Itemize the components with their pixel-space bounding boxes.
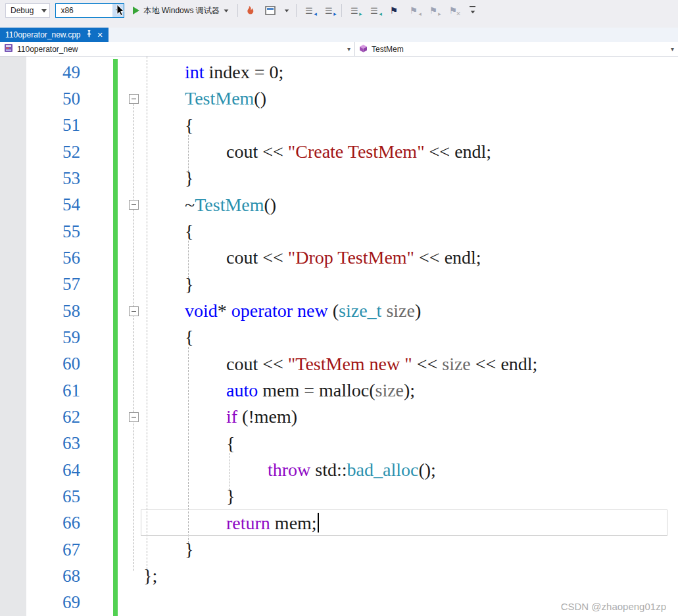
change-indicator	[113, 351, 118, 377]
solution-platforms-combo[interactable]: x86	[55, 3, 124, 18]
hot-reload-icon[interactable]	[243, 3, 258, 18]
fold-margin[interactable]	[125, 377, 142, 404]
line-number[interactable]: 59	[0, 327, 85, 348]
line-number[interactable]: 69	[0, 592, 85, 613]
fold-margin[interactable]	[125, 563, 142, 589]
bookmark-icon[interactable]: ⚑	[387, 3, 401, 18]
solution-configurations-combo[interactable]: Debug	[5, 3, 50, 18]
code-text[interactable]: }	[142, 168, 678, 189]
fold-margin[interactable]	[125, 272, 142, 298]
fold-margin[interactable]	[125, 298, 142, 324]
code-text[interactable]: cout << "TestMem new " << size << endl;	[142, 354, 678, 375]
fold-margin[interactable]	[125, 404, 142, 430]
indent-increase-icon[interactable]: ☰ ▸	[322, 3, 336, 18]
fold-margin[interactable]	[125, 351, 142, 377]
fold-toggle[interactable]	[129, 94, 139, 104]
code-token: "Drop TestMem"	[288, 247, 414, 268]
line-number[interactable]: 57	[0, 274, 85, 295]
pin-icon[interactable]	[85, 30, 93, 40]
code-token: "Create TestMem"	[288, 141, 425, 162]
line-number[interactable]: 52	[0, 142, 85, 162]
code-text[interactable]: cout << "Create TestMem" << endl;	[142, 141, 678, 162]
code-text[interactable]: ~TestMem()	[142, 195, 678, 216]
fold-margin[interactable]	[125, 510, 142, 536]
line-number[interactable]: 65	[0, 486, 85, 507]
fold-margin[interactable]	[125, 165, 142, 191]
line-number[interactable]: 51	[0, 115, 85, 135]
fold-margin[interactable]	[125, 483, 142, 509]
code-text[interactable]: {	[142, 221, 678, 242]
code-text[interactable]: TestMem()	[142, 88, 678, 109]
scope-dropdown[interactable]: 110operator_new ▾	[0, 42, 355, 56]
fold-toggle[interactable]	[129, 200, 139, 210]
fold-margin[interactable]	[125, 112, 142, 139]
line-number[interactable]: 63	[0, 433, 85, 454]
line-number[interactable]: 68	[0, 566, 85, 586]
chevron-down-icon[interactable]	[283, 3, 291, 18]
fold-margin[interactable]	[125, 324, 142, 350]
line-number[interactable]: 66	[0, 513, 85, 533]
code-text[interactable]: int index = 0;	[142, 62, 678, 83]
tab-110operator_new-cpp[interactable]: 110operator_new.cpp ✕	[0, 28, 109, 42]
code-text[interactable]: void* operator new (size_t size)	[142, 300, 678, 321]
line-number[interactable]: 55	[0, 222, 85, 242]
fold-margin[interactable]	[125, 590, 142, 616]
code-text[interactable]: }	[142, 486, 678, 507]
code-line: 55{	[0, 218, 678, 245]
line-number[interactable]: 56	[0, 248, 85, 268]
code-text[interactable]: {	[142, 115, 678, 136]
fold-margin[interactable]	[125, 59, 142, 85]
line-number[interactable]: 53	[0, 168, 85, 189]
member-dropdown[interactable]: TestMem ▾	[355, 42, 678, 56]
chevron-down-icon[interactable]: ▾	[671, 45, 674, 53]
indent-decrease-icon[interactable]: ☰ ◂	[302, 3, 316, 18]
fold-toggle[interactable]	[129, 306, 139, 316]
fold-margin[interactable]	[125, 245, 142, 271]
code-text[interactable]: auto mem = malloc(size);	[142, 380, 678, 401]
line-number[interactable]: 62	[0, 407, 85, 427]
fold-margin[interactable]	[125, 139, 142, 165]
chevron-down-icon[interactable]: ▾	[347, 45, 351, 53]
overflow-bar	[470, 6, 475, 7]
code-text[interactable]: }	[142, 539, 678, 560]
code-text[interactable]: if (!mem)	[142, 406, 678, 427]
comment-icon[interactable]: ☰ ▸	[347, 3, 362, 18]
text-caret	[318, 513, 319, 533]
code-token: << endl;	[471, 354, 538, 374]
line-number[interactable]: 64	[0, 460, 85, 481]
arrow-left-icon: ◂	[418, 11, 422, 17]
line-number[interactable]: 58	[0, 301, 85, 321]
fold-margin[interactable]	[125, 457, 142, 483]
fold-margin[interactable]	[125, 192, 142, 218]
code-text[interactable]: throw std::bad_alloc();	[142, 460, 678, 481]
code-text[interactable]: {	[142, 433, 678, 454]
line-number[interactable]: 49	[0, 62, 85, 83]
code-text[interactable]: }	[142, 274, 678, 295]
line-number[interactable]: 61	[0, 381, 85, 401]
line-number[interactable]: 60	[0, 354, 85, 374]
toolbar-overflow-button[interactable]	[466, 3, 480, 18]
code-editor[interactable]: 49int index = 0;50TestMem()51{52cout << …	[0, 57, 678, 616]
line-number[interactable]: 50	[0, 89, 85, 109]
code-text[interactable]: cout << "Drop TestMem" << endl;	[142, 247, 678, 268]
chevron-down-icon[interactable]	[38, 4, 49, 17]
code-text[interactable]: {	[142, 327, 678, 348]
minus-icon	[132, 99, 136, 99]
minus-icon	[132, 204, 136, 205]
code-text[interactable]: };	[142, 565, 678, 586]
chevron-down-icon[interactable]	[224, 9, 228, 12]
line-number[interactable]: 54	[0, 195, 85, 215]
close-icon[interactable]: ✕	[97, 32, 103, 39]
line-number[interactable]: 67	[0, 540, 85, 560]
fold-margin[interactable]	[125, 85, 142, 112]
fold-toggle[interactable]	[129, 412, 139, 422]
flame-icon	[246, 5, 255, 16]
uncomment-icon[interactable]: ☰ ◂	[367, 3, 381, 18]
code-text[interactable]: return mem;	[142, 513, 678, 534]
fold-margin[interactable]	[125, 218, 142, 245]
diagram-window-icon[interactable]	[263, 3, 278, 18]
start-debugging-button[interactable]: 本地 Windows 调试器	[130, 3, 231, 18]
fold-margin[interactable]	[125, 536, 142, 563]
fold-margin[interactable]	[125, 431, 142, 457]
toolbar-separator	[341, 4, 342, 17]
